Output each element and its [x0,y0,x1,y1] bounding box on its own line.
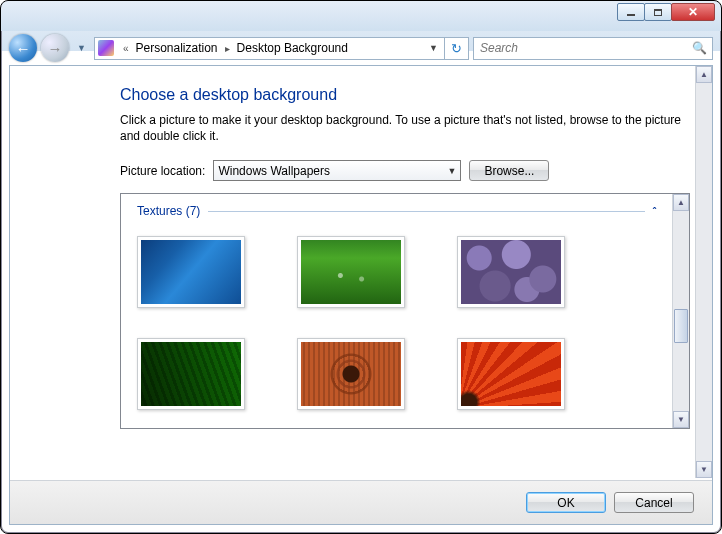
wallpaper-listbox: Textures (7) ˆ ▲ [120,193,690,429]
page-title: Choose a desktop background [120,86,690,104]
chevron-right-icon: ▸ [220,43,235,54]
thumbnail-grid [137,236,656,410]
wallpaper-thumb-fish[interactable] [137,236,245,308]
search-icon: 🔍 [687,41,712,55]
list-scrollbar[interactable]: ▲ ▼ [672,194,689,428]
minimize-icon [627,14,635,16]
browse-button[interactable]: Browse... [469,160,549,181]
address-dropdown-icon[interactable]: ▼ [423,43,444,53]
scroll-thumb[interactable] [674,309,688,343]
minimize-button[interactable] [617,3,645,21]
outer-scrollbar[interactable]: ▲ ▼ [695,66,712,478]
wallpaper-thumb-stones[interactable] [457,236,565,308]
personalization-icon [98,40,114,56]
title-bar: ✕ [1,1,721,31]
search-input[interactable] [474,41,687,55]
footer-bar: OK Cancel [10,480,712,524]
close-icon: ✕ [688,5,698,19]
maximize-icon [654,9,662,16]
search-box[interactable]: 🔍 [473,37,713,60]
wallpaper-thumb-grass[interactable] [297,236,405,308]
content-pane: Choose a desktop background Click a pict… [9,65,713,525]
close-button[interactable]: ✕ [671,3,715,21]
group-divider [208,211,644,212]
chevron-down-icon: ▼ [447,166,456,176]
scroll-down-button[interactable]: ▼ [673,411,689,428]
group-header-textures[interactable]: Textures (7) ˆ [137,204,656,218]
breadcrumb-personalization[interactable]: Personalization [133,41,219,55]
window-frame: ✕ ← → ▼ « Personalization ▸ Desktop Back… [0,0,722,534]
picture-location-combo[interactable]: Windows Wallpapers ▼ [213,160,461,181]
recent-locations-dropdown[interactable]: ▼ [73,43,90,53]
address-bar[interactable]: « Personalization ▸ Desktop Background ▼… [94,37,469,60]
page-description: Click a picture to make it your desktop … [120,112,690,144]
outer-scroll-down-button[interactable]: ▼ [696,461,712,478]
wallpaper-thumb-flower[interactable] [457,338,565,410]
back-button[interactable]: ← [9,34,37,62]
ok-button[interactable]: OK [526,492,606,513]
refresh-button[interactable]: ↻ [444,37,468,60]
group-title: Textures (7) [137,204,200,218]
forward-arrow-icon: → [48,40,63,57]
chevron-icon: « [118,43,134,54]
wallpaper-thumb-wood[interactable] [297,338,405,410]
back-arrow-icon: ← [16,40,31,57]
location-label: Picture location: [120,164,205,178]
cancel-button[interactable]: Cancel [614,492,694,513]
combo-value: Windows Wallpapers [218,164,447,178]
refresh-icon: ↻ [451,41,462,56]
breadcrumb-desktop-background[interactable]: Desktop Background [235,41,350,55]
window-controls: ✕ [618,3,715,21]
main-area: Choose a desktop background Click a pict… [10,66,712,478]
collapse-icon[interactable]: ˆ [653,206,656,217]
wallpaper-thumb-leaf[interactable] [137,338,245,410]
location-row: Picture location: Windows Wallpapers ▼ B… [120,160,690,181]
forward-button[interactable]: → [41,34,69,62]
maximize-button[interactable] [644,3,672,21]
outer-scroll-up-button[interactable]: ▲ [696,66,712,83]
navigation-bar: ← → ▼ « Personalization ▸ Desktop Backgr… [9,31,713,65]
scroll-up-button[interactable]: ▲ [673,194,689,211]
wallpaper-list-inner: Textures (7) ˆ [121,194,672,428]
